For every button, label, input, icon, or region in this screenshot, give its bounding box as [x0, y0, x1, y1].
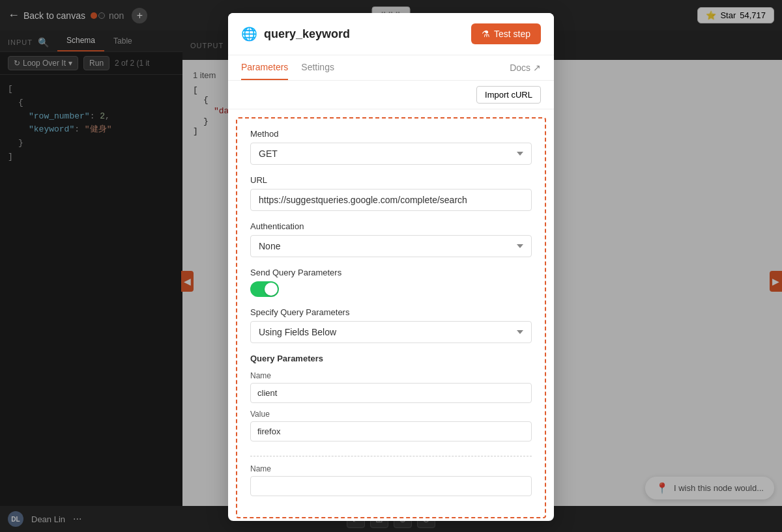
flask-icon: ⚗: [482, 29, 490, 39]
param1-name-input[interactable]: [250, 383, 532, 403]
param1-value-input[interactable]: [250, 421, 532, 441]
param-2-group: Name: [250, 464, 532, 496]
auth-select[interactable]: None Basic Auth Bearer Token: [250, 235, 532, 257]
method-select[interactable]: GET POST PUT DELETE: [250, 143, 532, 165]
query-params-group: Query Parameters Name Value Name: [250, 354, 532, 496]
modal-title-area: 🌐 query_keyword: [241, 26, 350, 42]
test-step-label: Test step: [494, 29, 530, 39]
toggle-container: [250, 281, 532, 297]
import-curl-button[interactable]: Import cURL: [476, 86, 541, 104]
method-field-group: Method GET POST PUT DELETE: [250, 129, 532, 165]
send-query-label: Send Query Parameters: [250, 268, 532, 277]
docs-link[interactable]: Docs ↗: [510, 63, 541, 73]
param-1-group: Name Value: [250, 371, 532, 448]
modal-dialog: 🌐 query_keyword ⚗ Test step Parameters S…: [228, 13, 554, 521]
param1-value-label: Value: [250, 410, 532, 419]
query-params-title: Query Parameters: [250, 354, 532, 363]
modal-overlay: 🌐 query_keyword ⚗ Test step Parameters S…: [0, 0, 782, 532]
test-step-button[interactable]: ⚗ Test step: [471, 23, 541, 44]
modal-title: query_keyword: [264, 27, 350, 41]
params-divider: [250, 456, 532, 456]
url-input[interactable]: [250, 189, 532, 211]
globe-icon: 🌐: [241, 26, 257, 42]
auth-field-group: Authentication None Basic Auth Bearer To…: [250, 221, 532, 257]
tab-parameters[interactable]: Parameters: [241, 55, 288, 80]
send-query-toggle[interactable]: [250, 281, 279, 297]
specify-query-label: Specify Query Parameters: [250, 307, 532, 317]
modal-body: Method GET POST PUT DELETE URL Authentic…: [236, 117, 546, 518]
specify-query-field-group: Specify Query Parameters Using Fields Be…: [250, 307, 532, 343]
url-field-group: URL: [250, 175, 532, 211]
param2-name-input[interactable]: [250, 476, 532, 496]
toggle-thumb: [265, 283, 278, 296]
param1-name-label: Name: [250, 371, 532, 380]
method-label: Method: [250, 129, 532, 139]
tab-settings[interactable]: Settings: [301, 55, 334, 80]
modal-tabs: Parameters Settings Docs ↗: [228, 55, 554, 81]
modal-header: 🌐 query_keyword ⚗ Test step: [228, 13, 554, 55]
specify-query-select[interactable]: Using Fields Below Using JSON: [250, 321, 532, 343]
param2-name-label: Name: [250, 464, 532, 473]
url-label: URL: [250, 175, 532, 185]
send-query-field-group: Send Query Parameters: [250, 268, 532, 297]
auth-label: Authentication: [250, 221, 532, 231]
